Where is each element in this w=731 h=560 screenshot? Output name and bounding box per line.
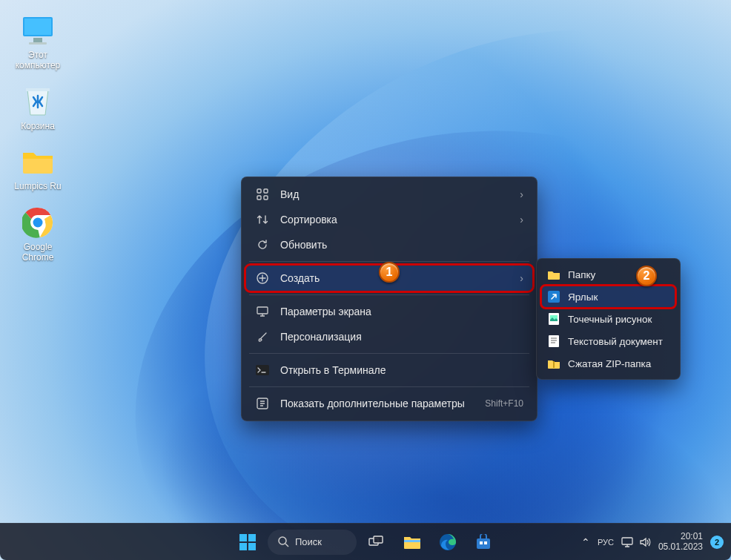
menu-item-view[interactable]: Вид ›	[246, 182, 532, 207]
taskbar-search[interactable]: Поиск	[268, 530, 357, 555]
submenu-item-bitmap[interactable]: Точечный рисунок	[541, 308, 675, 330]
submenu-item-text[interactable]: Текстовый документ	[541, 330, 675, 352]
taskbar-center: Поиск	[232, 527, 499, 558]
svg-rect-3	[29, 42, 47, 45]
text-file-icon	[547, 335, 560, 348]
submenu-item-label: Сжатая ZIP-папка	[568, 358, 651, 369]
task-view-icon	[368, 536, 385, 549]
taskbar-app-edge[interactable]	[432, 527, 463, 558]
svg-point-24	[279, 537, 286, 544]
grid-icon	[255, 187, 270, 202]
chrome-icon	[21, 205, 55, 240]
desktop-icon-label: Корзина	[9, 122, 67, 132]
submenu-item-shortcut[interactable]: Ярлык	[541, 286, 675, 308]
menu-item-shortcut: Shift+F10	[485, 398, 523, 409]
svg-rect-10	[264, 196, 268, 200]
svg-rect-1	[24, 19, 51, 35]
taskbar-clock[interactable]: 20:01 05.01.2023	[658, 532, 703, 553]
svg-rect-31	[484, 541, 487, 544]
language-indicator[interactable]: РУС	[598, 538, 614, 547]
annotation-badge-2: 2	[636, 266, 657, 286]
menu-item-terminal[interactable]: Открыть в Терминале	[246, 358, 532, 383]
system-tray[interactable]	[621, 537, 651, 547]
chevron-right-icon: ›	[520, 188, 523, 200]
submenu-item-label: Папку	[568, 269, 595, 280]
submenu-item-zip[interactable]: Сжатая ZIP-папка	[541, 352, 675, 375]
plus-circle-icon	[255, 271, 270, 286]
menu-item-label: Вид	[280, 188, 299, 200]
svg-rect-7	[257, 189, 261, 193]
menu-item-sort[interactable]: Сортировка ›	[246, 207, 532, 232]
desktop-icon-label: Lumpics Ru	[9, 182, 67, 192]
taskbar-app-store[interactable]	[468, 527, 499, 558]
svg-point-6	[33, 218, 43, 228]
submenu-item-label: Ярлык	[568, 291, 598, 303]
volume-icon	[639, 537, 651, 547]
taskbar-tray: ⌃ РУС 20:01 05.01.2023 2	[581, 532, 724, 553]
desktop-icons: Этот компьютер Корзина Lumpics Ru Google…	[9, 13, 76, 277]
store-icon	[475, 534, 492, 550]
svg-rect-29	[477, 538, 490, 549]
desktop-icon-recycle-bin[interactable]: Корзина	[9, 85, 67, 132]
svg-rect-13	[256, 365, 269, 375]
svg-rect-22	[239, 543, 247, 550]
menu-item-refresh[interactable]: Обновить	[246, 232, 532, 257]
task-view-button[interactable]	[361, 527, 392, 558]
desktop-icon-label: Google Chrome	[9, 243, 67, 263]
search-icon	[278, 536, 289, 547]
menu-item-more-options[interactable]: Показать дополнительные параметры Shift+…	[246, 391, 532, 416]
clock-time: 20:01	[658, 532, 703, 542]
submenu-item-label: Текстовый документ	[568, 336, 663, 347]
svg-rect-2	[33, 38, 42, 42]
display-icon	[255, 304, 270, 319]
image-file-icon	[547, 312, 560, 326]
desktop-icon-this-pc[interactable]: Этот компьютер	[9, 13, 67, 71]
menu-item-label: Открыть в Терминале	[280, 364, 386, 376]
start-button[interactable]	[232, 527, 263, 558]
submenu-item-label: Точечный рисунок	[568, 314, 652, 325]
menu-item-label: Параметры экрана	[280, 306, 371, 317]
svg-rect-27	[404, 540, 420, 542]
desktop-icon-label: Этот компьютер	[9, 50, 67, 71]
new-submenu: Папку Ярлык Точечный рисунок Текстовый д…	[536, 258, 681, 380]
menu-item-personalize[interactable]: Персонализация	[246, 324, 532, 349]
refresh-icon	[255, 237, 270, 252]
svg-rect-19	[553, 361, 555, 368]
svg-rect-20	[239, 534, 247, 541]
folder-icon	[547, 268, 560, 281]
taskbar: Поиск ⌃ РУС 20:01 05.01.2023 2	[0, 523, 731, 560]
svg-rect-8	[264, 189, 268, 193]
svg-rect-26	[374, 536, 383, 543]
network-icon	[621, 537, 633, 547]
menu-item-display-settings[interactable]: Параметры экрана	[246, 299, 532, 324]
folder-icon	[21, 145, 55, 179]
terminal-icon	[255, 363, 270, 378]
desktop-icon-folder[interactable]: Lumpics Ru	[9, 145, 67, 192]
taskbar-app-explorer[interactable]	[397, 527, 428, 558]
menu-item-label: Показать дополнительные параметры	[280, 398, 465, 409]
monitor-icon	[21, 13, 55, 47]
svg-rect-12	[257, 307, 268, 314]
clock-date: 05.01.2023	[658, 542, 703, 553]
menu-separator	[249, 386, 529, 387]
menu-item-label: Создать	[280, 272, 320, 284]
search-placeholder: Поиск	[295, 536, 322, 547]
svg-rect-9	[257, 196, 261, 200]
annotation-badge-1: 1	[379, 262, 400, 283]
brush-icon	[255, 329, 270, 344]
menu-item-label: Персонализация	[280, 331, 362, 343]
recycle-bin-icon	[21, 85, 55, 119]
desktop-icon-chrome[interactable]: Google Chrome	[9, 205, 67, 263]
chevron-right-icon: ›	[520, 214, 523, 225]
shortcut-icon	[547, 290, 560, 303]
menu-item-label: Обновить	[280, 239, 327, 251]
notifications-badge[interactable]: 2	[710, 536, 724, 549]
svg-rect-32	[622, 538, 632, 544]
menu-separator	[249, 353, 529, 354]
svg-rect-21	[248, 534, 256, 541]
windows-icon	[239, 534, 256, 550]
desktop-context-menu: Вид › Сортировка › Обновить Создать › Па…	[241, 177, 538, 421]
svg-rect-18	[549, 335, 559, 347]
tray-overflow-button[interactable]: ⌃	[581, 536, 590, 548]
svg-rect-30	[480, 541, 483, 544]
